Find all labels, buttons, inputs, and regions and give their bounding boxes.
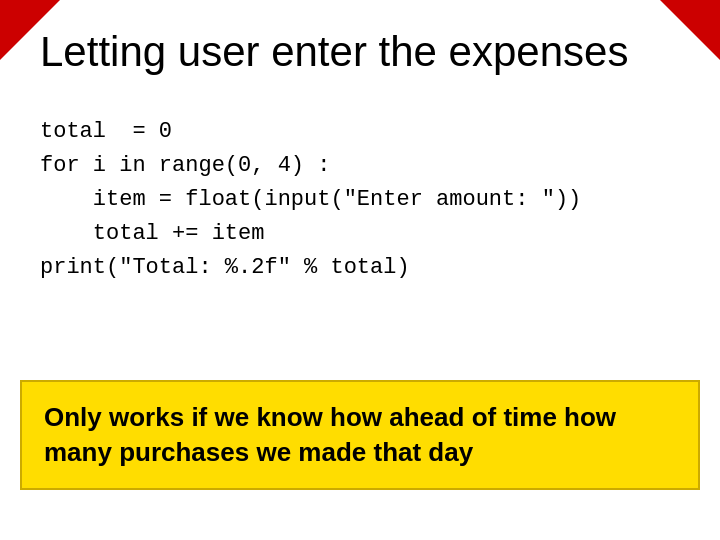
code-line-1: total = 0 — [40, 115, 581, 149]
highlight-text: Only works if we know how ahead of time … — [44, 402, 616, 467]
code-line-4: total += item — [40, 217, 581, 251]
code-line-5: print("Total: %.2f" % total) — [40, 251, 581, 285]
code-line-3: item = float(input("Enter amount: ")) — [40, 183, 581, 217]
code-line-2: for i in range(0, 4) : — [40, 149, 581, 183]
highlight-box: Only works if we know how ahead of time … — [20, 380, 700, 490]
corner-decoration-right — [660, 0, 720, 60]
code-block: total = 0 for i in range(0, 4) : item = … — [40, 115, 581, 285]
page-title: Letting user enter the expenses — [40, 28, 628, 76]
